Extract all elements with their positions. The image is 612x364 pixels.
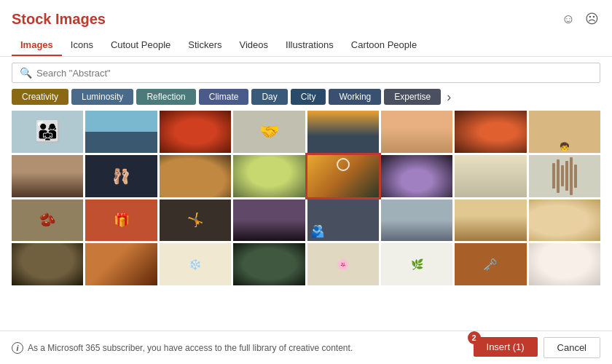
image-grid-container: 👨‍👩‍👧 🤝 🧒 🩰 [0, 111, 612, 331]
image-cell-17[interactable]: 🎁 [85, 199, 157, 242]
image-cell-21[interactable] [381, 199, 452, 242]
image-cell-13[interactable] [381, 155, 452, 197]
search-input[interactable] [36, 68, 592, 79]
header-icons: ☺ ☹ [560, 10, 600, 28]
filter-chips-row: Creativity Luminosity Reflection Climate… [0, 89, 612, 111]
tab-cutout-people[interactable]: Cutout People [102, 35, 179, 56]
image-cell-19[interactable] [233, 199, 305, 242]
image-cell-30[interactable]: 🗝️ [455, 243, 526, 285]
footer-info: i As a Microsoft 365 subscriber, you hav… [12, 342, 353, 354]
dialog-title: Stock Images [12, 11, 106, 28]
tab-cartoon-people[interactable]: Cartoon People [342, 35, 425, 56]
image-cell-0[interactable]: 👨‍👩‍👧 [12, 111, 83, 153]
image-cell-11[interactable] [233, 155, 305, 197]
tab-illustrations[interactable]: Illustrations [277, 35, 342, 56]
image-cell-31[interactable] [529, 243, 600, 285]
insert-button-wrap: 2 Insert (1) [474, 337, 538, 358]
tab-icons[interactable]: Icons [62, 35, 102, 56]
chip-working[interactable]: Working [329, 89, 381, 105]
tab-videos[interactable]: Videos [231, 35, 278, 56]
image-cell-25[interactable] [85, 243, 157, 285]
image-cell-10[interactable] [160, 155, 231, 197]
image-cell-28[interactable]: 🌸 [307, 243, 379, 285]
image-cell-18[interactable]: 🤸 [160, 199, 231, 242]
dialog-header: Stock Images ☺ ☹ Images Icons Cutout Peo… [0, 0, 612, 57]
chip-day[interactable]: Day [251, 89, 287, 105]
tab-bar: Images Icons Cutout People Stickers Vide… [12, 35, 600, 56]
image-cell-1[interactable] [85, 111, 157, 153]
image-cell-27[interactable] [233, 243, 305, 285]
search-input-wrap[interactable]: 🔍 [12, 63, 600, 83]
image-cell-15[interactable] [529, 155, 600, 197]
chips-more-button[interactable]: › [444, 90, 454, 103]
chip-climate[interactable]: Climate [199, 89, 249, 105]
image-cell-29[interactable]: 🌿 [381, 243, 452, 285]
image-cell-20[interactable]: 🫂 [307, 199, 379, 242]
image-cell-23[interactable] [529, 199, 600, 242]
image-cell-22[interactable] [455, 199, 526, 242]
image-cell-4[interactable] [307, 111, 379, 153]
insert-button[interactable]: Insert (1) [474, 337, 538, 357]
image-cell-5[interactable] [381, 111, 452, 153]
image-cell-14[interactable] [455, 155, 526, 197]
footer-actions: 2 Insert (1) Cancel [474, 337, 600, 358]
image-cell-3[interactable]: 🤝 [233, 111, 305, 153]
image-cell-7[interactable]: 🧒 [529, 111, 600, 153]
chip-creativity[interactable]: Creativity [12, 89, 68, 105]
footer: i As a Microsoft 365 subscriber, you hav… [0, 331, 612, 364]
image-cell-6[interactable] [455, 111, 526, 153]
chip-luminosity[interactable]: Luminosity [71, 89, 133, 105]
select-circle [337, 158, 350, 171]
search-bar-container: 🔍 [0, 57, 612, 89]
image-cell-26[interactable]: ❄️ [160, 243, 231, 285]
insert-number-badge: 2 [468, 331, 481, 344]
tab-stickers[interactable]: Stickers [179, 35, 230, 56]
chip-city[interactable]: City [291, 89, 326, 105]
search-icon: 🔍 [20, 67, 32, 79]
image-cell-9[interactable]: 🩰 [85, 155, 157, 197]
image-cell-24[interactable] [12, 243, 83, 285]
image-cell-16[interactable]: 🫘 [12, 199, 83, 242]
emoji-happy-icon[interactable]: ☺ [560, 10, 577, 28]
emoji-sad-icon[interactable]: ☹ [583, 10, 600, 28]
info-icon: i [12, 342, 23, 354]
image-cell-2[interactable] [160, 111, 231, 153]
tab-images[interactable]: Images [12, 35, 62, 56]
image-cell-12[interactable] [307, 155, 379, 197]
footer-info-text: As a Microsoft 365 subscriber, you have … [28, 343, 353, 353]
chip-expertise[interactable]: Expertise [384, 89, 441, 105]
cancel-button[interactable]: Cancel [544, 337, 600, 358]
chip-reflection[interactable]: Reflection [136, 89, 195, 105]
image-cell-8[interactable] [12, 155, 83, 197]
